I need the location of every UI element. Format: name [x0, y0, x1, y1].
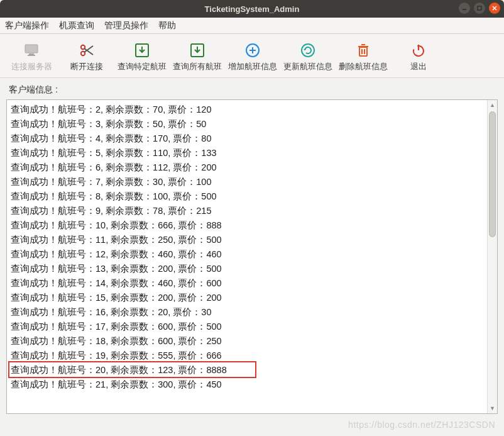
maximize-button[interactable]: [474, 3, 485, 14]
svg-rect-4: [25, 45, 38, 53]
download-box-icon: [189, 42, 205, 59]
scroll-thumb[interactable]: [489, 111, 496, 237]
window-title: TicketingSystem_Admin: [205, 4, 300, 14]
query-all-button[interactable]: 查询所有航班: [170, 38, 225, 76]
toolbar: 连接服务器 断开连接 查询特定航班 查询所有航班 增加航班信息 更新航班信息: [0, 34, 504, 78]
client-info-content: 查询成功！航班号：2, 剩余票数：70, 票价：120 查询成功！航班号：3, …: [7, 100, 487, 413]
window-controls: [459, 3, 500, 14]
connect-server-label: 连接服务器: [11, 61, 52, 72]
svg-rect-1: [478, 6, 481, 10]
monitor-icon: [23, 42, 40, 59]
disconnect-button[interactable]: 断开连接: [59, 38, 114, 76]
watermark: https://blog.csdn.net/ZHJ123CSDN: [348, 420, 495, 430]
trash-icon: [355, 42, 371, 59]
minimize-button[interactable]: [459, 3, 470, 14]
download-box-icon: [134, 42, 150, 59]
svg-rect-17: [359, 47, 367, 56]
scissors-icon: [79, 42, 95, 59]
minimize-icon: [461, 5, 468, 11]
disconnect-label: 断开连接: [70, 61, 103, 72]
close-icon: [491, 5, 498, 11]
close-button[interactable]: [489, 3, 500, 14]
menubar: 客户端操作 机票查询 管理员操作 帮助: [0, 18, 504, 34]
query-specific-label: 查询特定航班: [118, 61, 167, 72]
plus-circle-icon: [244, 42, 261, 59]
power-icon: [410, 42, 427, 59]
update-flight-label: 更新航班信息: [283, 61, 332, 72]
menu-client-ops[interactable]: 客户端操作: [5, 20, 49, 31]
refresh-circle-icon: [300, 42, 316, 59]
update-flight-button[interactable]: 更新航班信息: [280, 38, 336, 76]
query-all-label: 查询所有航班: [173, 61, 222, 72]
maximize-icon: [476, 5, 483, 11]
svg-rect-5: [29, 53, 34, 55]
delete-flight-button[interactable]: 删除航班信息: [336, 38, 391, 76]
delete-flight-label: 删除航班信息: [339, 61, 388, 72]
menu-ticket-query[interactable]: 机票查询: [59, 20, 94, 31]
client-info-label: 客户端信息 :: [0, 78, 504, 99]
scroll-up-arrow[interactable]: ▲: [488, 100, 497, 110]
exit-button[interactable]: 退出: [391, 38, 446, 76]
connect-server-button[interactable]: 连接服务器: [4, 38, 59, 76]
query-specific-button[interactable]: 查询特定航班: [114, 38, 170, 76]
titlebar: TicketingSystem_Admin: [0, 0, 504, 18]
scroll-down-arrow[interactable]: ▼: [488, 403, 497, 413]
vertical-scrollbar[interactable]: ▲ ▼: [487, 100, 497, 413]
menu-admin-ops[interactable]: 管理员操作: [104, 20, 148, 31]
client-info-textarea[interactable]: 查询成功！航班号：2, 剩余票数：70, 票价：120 查询成功！航班号：3, …: [6, 99, 498, 414]
exit-label: 退出: [410, 61, 427, 72]
menu-help[interactable]: 帮助: [158, 20, 176, 31]
svg-point-16: [302, 44, 314, 57]
add-flight-label: 增加航班信息: [228, 61, 277, 72]
svg-rect-6: [28, 55, 35, 56]
add-flight-button[interactable]: 增加航班信息: [225, 38, 280, 76]
